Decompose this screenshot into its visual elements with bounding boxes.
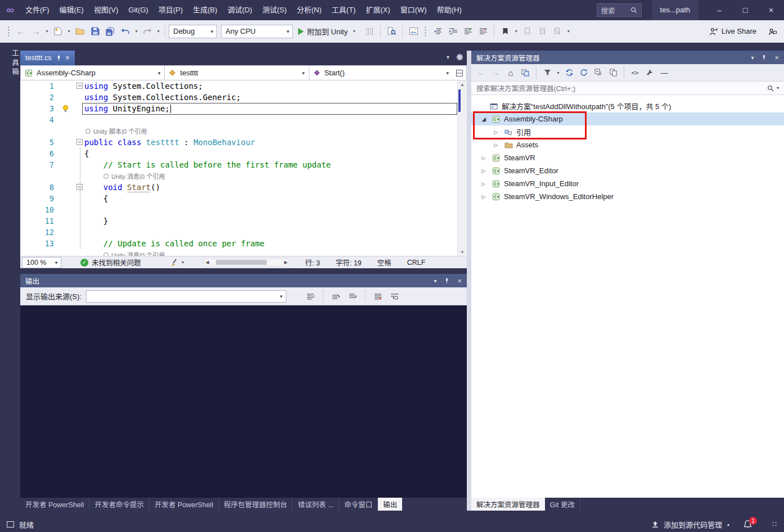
tree-item-5[interactable]: ▷SteamVR_Editor [471,164,784,177]
menu-item-12[interactable]: 帮助(H) [432,0,467,20]
scrollbar-thumb[interactable] [216,260,267,265]
tree-item-1[interactable]: ◢Assembly-CSharp [471,112,784,125]
code-line-5[interactable]: 5−public class testttt : MonoBehaviour [20,137,457,148]
filter-chevron-icon[interactable]: ▾ [555,70,561,75]
scroll-left-icon[interactable]: ◀ [206,260,209,265]
lightbulb-icon[interactable] [62,105,69,112]
save-all-icon[interactable] [103,24,118,39]
clear-all-icon[interactable] [371,289,385,304]
bookmark-icon[interactable] [498,24,512,39]
close-panel-icon[interactable]: × [774,53,779,62]
output-source-dropdown[interactable]: ▾ [86,290,286,303]
properties-wrench-icon[interactable] [643,66,656,79]
tree-item-3[interactable]: ▷Assets [471,138,784,151]
attach-to-unity-button[interactable]: 附加到 Unity ▾ [294,24,362,39]
screenshot-icon[interactable] [406,24,421,39]
quick-search-box[interactable]: 搜索 [597,3,642,17]
vertical-scrollbar[interactable]: ▲ ▼ [457,80,467,256]
nav-forward-icon[interactable]: → [29,24,43,39]
redo-chevron-icon[interactable]: ▾ [155,29,161,34]
bottom-panel-tab-2[interactable]: 开发者 PowerShell [150,498,219,511]
scroll-right-icon[interactable]: ▶ [284,260,287,265]
prev-bookmark-icon[interactable] [520,24,534,39]
expand-arrow-icon[interactable]: ▷ [492,129,501,135]
debug-target-dropdown[interactable]: Debug ▾ [169,25,217,38]
menu-item-5[interactable]: 生成(B) [188,0,222,20]
gear-icon[interactable] [456,53,463,61]
pin-icon[interactable] [444,278,450,284]
live-share-button[interactable]: Live Share [709,27,756,35]
se-back-icon[interactable]: ← [475,66,488,79]
code-line-1[interactable]: 1−using System.Collections; [20,80,457,92]
zoom-dropdown[interactable]: 100 % ▾ [22,257,61,268]
outdent-icon[interactable] [430,24,445,39]
split-editor-icon[interactable] [453,66,466,80]
close-button[interactable]: × [758,0,784,20]
preview-selected-icon[interactable]: — [657,66,671,79]
codelens-label[interactable]: Unity 脚本|0 个引用 [85,127,147,136]
expand-arrow-icon[interactable]: ▷ [479,181,488,187]
code-editor[interactable]: 1−using System.Collections;2using System… [20,80,467,256]
solution-search-box[interactable]: 搜索解决方案资源管理器(Ctrl+;) ▾ [471,81,784,95]
new-file-icon[interactable] [51,24,65,39]
line-ending-indicator[interactable]: CRLF [407,259,426,267]
scroll-up-icon[interactable]: ▲ [460,80,465,88]
menu-item-7[interactable]: 测试(S) [257,0,291,20]
bottom-panel-tab-4[interactable]: 错误列表 ... [292,498,339,511]
menu-item-11[interactable]: 窗口(W) [395,0,432,20]
menu-item-6[interactable]: 调试(D) [222,0,257,20]
tree-item-4[interactable]: ▷SteamVR [471,151,784,164]
uncomment-icon[interactable] [476,24,490,39]
sync-with-active-document-icon[interactable] [562,66,576,79]
next-message-icon[interactable] [345,289,360,304]
bookmark-chevron-icon[interactable]: ▾ [513,29,519,34]
expand-arrow-icon[interactable]: ▷ [492,142,501,148]
se-forward-icon[interactable]: → [489,66,503,79]
code-cleanup-button[interactable]: ▾ [170,259,186,267]
prev-message-icon[interactable] [328,289,343,304]
output-content[interactable] [20,305,467,498]
document-health-indicator[interactable]: ✓ 未找到相关问题 [80,257,141,268]
add-to-source-control-button[interactable]: 添加到源代码管理 [664,519,722,530]
code-line-4[interactable]: 4 [20,114,457,125]
word-wrap-icon[interactable] [388,289,402,304]
scroll-down-icon[interactable]: ▼ [460,248,465,256]
codelens-row[interactable]: Unity 消息|0 个引用 [20,249,457,256]
bottom-panel-tab-1[interactable]: 开发者命令提示 [89,498,150,511]
redo-icon[interactable] [140,24,155,39]
codelens-row[interactable]: Unity 消息|0 个引用 [20,170,457,182]
codelens-row[interactable]: Unity 脚本|0 个引用 [20,125,457,137]
view-code-icon[interactable]: <> [628,66,642,79]
right-panel-tab-0[interactable]: 解决方案资源管理器 [471,498,545,511]
vertical-splitter[interactable] [467,51,471,511]
feedback-icon[interactable] [765,24,780,39]
code-line-7[interactable]: 7 // Start is called before the first fr… [20,159,457,170]
resize-grip[interactable] [772,521,777,527]
indent-icon[interactable] [445,24,460,39]
toolbox-tab[interactable]: 工具箱 [0,49,20,78]
background-tasks-icon[interactable] [7,521,14,528]
type-dropdown[interactable]: testttt ▾ [165,66,309,80]
platform-dropdown[interactable]: Any CPU ▾ [221,25,293,38]
code-line-9[interactable]: 9 { [20,193,457,204]
collapse-all-icon[interactable] [592,66,605,79]
switch-views-icon[interactable] [519,66,532,79]
close-panel-icon[interactable]: × [457,277,462,285]
minimize-button[interactable]: – [706,0,732,20]
project-dropdown[interactable]: Assembly-CSharp ▾ [21,66,165,80]
refresh-icon[interactable] [577,66,591,79]
code-line-11[interactable]: 11 } [20,215,457,227]
new-file-chevron-icon[interactable]: ▾ [66,29,72,34]
document-tab[interactable]: testttt.cs × [20,51,75,65]
search-options-chevron-icon[interactable]: ▾ [777,85,779,91]
menu-item-2[interactable]: 视图(V) [89,0,123,20]
toolbar-overflow-chevron-icon[interactable]: ▾ [565,29,571,34]
code-line-12[interactable]: 12 [20,227,457,238]
code-line-6[interactable]: 6{ [20,148,457,159]
pin-icon[interactable] [56,55,62,61]
maximize-button[interactable]: □ [732,0,758,20]
bottom-panel-tab-6[interactable]: 输出 [378,498,402,511]
filter-icon[interactable] [540,66,554,79]
codelens-label[interactable]: Unity 消息|0 个引用 [103,172,165,181]
right-panel-tab-1[interactable]: Git 更改 [545,498,580,511]
